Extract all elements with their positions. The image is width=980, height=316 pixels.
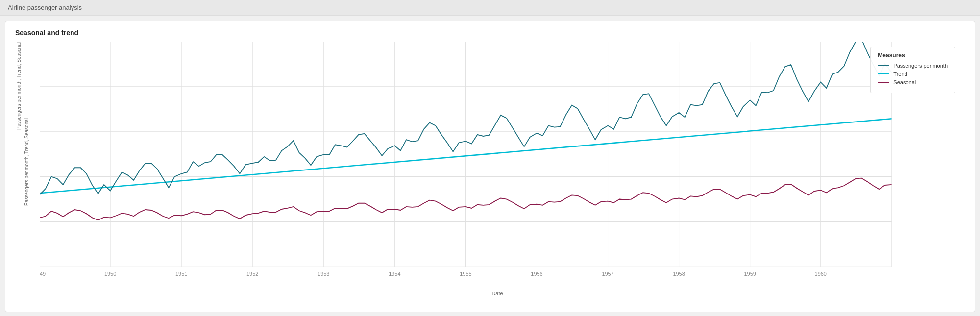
legend-item-trend: Trend [878,71,948,77]
svg-text:1958: 1958 [673,271,685,277]
legend-title: Measures [878,52,948,59]
svg-text:1960: 1960 [815,271,827,277]
chart-container: Seasonal and trend Passengers per month,… [5,21,975,312]
legend-item-passengers: Passengers per month [878,63,948,69]
legend-line-trend [878,73,889,74]
legend-line-passengers [878,65,889,66]
app-title: Airline passenger analysis [0,0,980,16]
svg-text:1950: 1950 [104,271,116,277]
y-axis-label: Passengers per month, Trend, Seasonal [16,129,22,130]
svg-text:1953: 1953 [318,271,329,277]
legend-line-seasonal [878,82,889,83]
legend-label-seasonal: Seasonal [893,79,916,85]
x-axis-label: Date [40,291,955,296]
legend-item-seasonal: Seasonal [878,79,948,85]
chart-title: Seasonal and trend [15,29,965,37]
svg-text:1954: 1954 [389,271,400,277]
svg-text:1952: 1952 [246,271,258,277]
chart-legend: Measures Passengers per month Trend Seas… [870,47,955,93]
app-title-text: Airline passenger analysis [8,4,82,11]
y-axis-label: Passengers per month, Trend, Seasonal [24,113,29,211]
chart-area: Passengers per month, Trend, Seasonal 80… [15,42,965,296]
svg-text:1956: 1956 [531,271,542,277]
svg-text:1959: 1959 [744,271,756,277]
legend-label-passengers: Passengers per month [893,63,948,69]
svg-text:1951: 1951 [175,271,187,277]
svg-text:1957: 1957 [602,271,613,277]
main-chart: 800 600 400 200 0 -200 1949 1950 [40,42,955,282]
svg-text:1949: 1949 [40,271,46,277]
svg-text:1955: 1955 [460,271,471,277]
legend-label-trend: Trend [893,71,907,77]
